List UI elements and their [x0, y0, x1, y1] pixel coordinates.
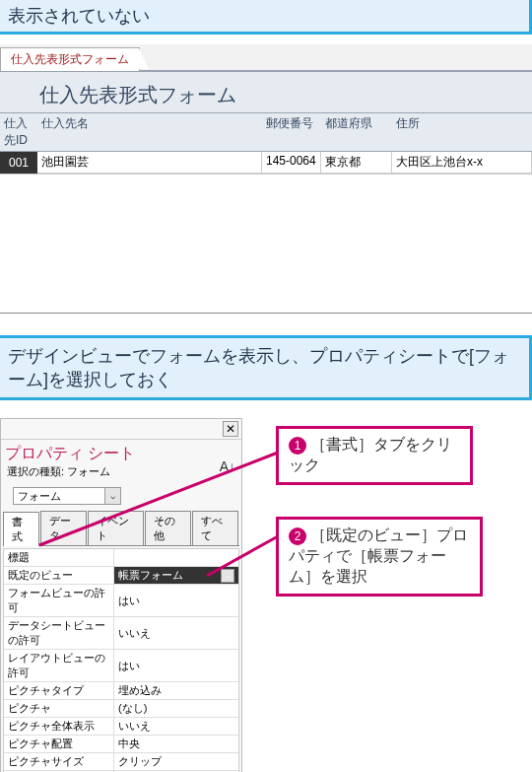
col-addr: 住所 [392, 113, 532, 151]
property-row[interactable]: ピクチャサイズクリップ [4, 753, 238, 771]
property-name: 既定のビュー [4, 567, 114, 584]
col-id: 仕入先ID [0, 113, 37, 151]
col-name: 仕入先名 [37, 113, 262, 151]
chevron-down-icon[interactable]: ⌵ [221, 569, 234, 583]
property-name: レイアウトビューの許可 [4, 650, 114, 681]
step-note: デザインビューでフォームを表示し、プロパティシートで[フォーム]を選択しておく [0, 335, 532, 400]
property-value[interactable]: 帳票フォーム⌵ [114, 567, 238, 584]
row-selector[interactable]: 001 [0, 152, 37, 174]
top-note: 表示されていない [0, 0, 532, 35]
property-value[interactable]: クリップ [114, 753, 238, 770]
column-headers: 仕入先ID 仕入先名 郵便番号 都道府県 住所 [0, 113, 532, 152]
property-value[interactable] [114, 549, 238, 566]
property-row[interactable]: レイアウトビューの許可はい [4, 650, 238, 682]
tab-format[interactable]: 書式 [3, 512, 39, 546]
callout-1-text: ［書式］タブをクリック [289, 436, 452, 473]
property-value[interactable]: (なし) [114, 700, 238, 717]
property-name: フォームビューの許可 [4, 585, 114, 616]
property-row[interactable]: ピクチャタイプ埋め込み [4, 682, 238, 700]
property-name: 標題 [4, 549, 114, 566]
property-tabs: 書式 データ イベント その他 すべて [3, 511, 239, 546]
property-name: ピクチャサイズ [4, 753, 114, 770]
property-row[interactable]: フォームビューの許可はい [4, 585, 238, 617]
callout-2-text: ［既定のビュー］プロパティで［帳票フォーム］を選択 [289, 526, 468, 585]
tab-event[interactable]: イベント [88, 511, 144, 545]
property-sheet: ✕ プロパティ シート 選択の種類: フォーム A↓ フォーム ⌵ 書式 データ… [0, 418, 242, 772]
property-row[interactable]: 既定のビュー帳票フォーム⌵ [4, 567, 238, 585]
property-row[interactable]: データシートビューの許可いいえ [4, 617, 238, 650]
property-value[interactable]: 中央 [114, 736, 238, 752]
object-selector[interactable]: フォーム ⌵ [13, 487, 121, 505]
property-row[interactable]: 標題 [4, 549, 238, 567]
tab-data[interactable]: データ [40, 511, 87, 545]
property-name: データシートビューの許可 [4, 617, 114, 649]
callout-2-num: 2 [289, 527, 306, 545]
property-name: ピクチャ [4, 700, 114, 717]
form-view: 仕入先表形式フォーム 仕入先表形式フォーム 仕入先ID 仕入先名 郵便番号 都道… [0, 44, 532, 175]
property-row[interactable]: ピクチャ全体表示いいえ [4, 718, 238, 736]
property-sheet-subtitle: 選択の種類: フォーム [1, 464, 241, 485]
property-row[interactable]: ピクチャ配置中央 [4, 736, 238, 753]
property-value[interactable]: いいえ [114, 718, 238, 735]
table-row[interactable]: 001 池田園芸 145-0064 東京都 大田区上池台x-x [0, 152, 532, 175]
property-value[interactable]: いいえ [114, 617, 238, 649]
cell-name[interactable]: 池田園芸 [37, 152, 262, 174]
tab-bar: 仕入先表形式フォーム [0, 44, 532, 70]
property-row[interactable]: ピクチャ(なし) [4, 700, 238, 718]
property-sheet-title: プロパティ シート [1, 440, 241, 464]
cell-addr[interactable]: 大田区上池台x-x [392, 152, 532, 174]
property-value[interactable]: はい [114, 650, 238, 681]
property-value[interactable]: はい [114, 585, 238, 616]
close-icon[interactable]: ✕ [223, 421, 238, 437]
cell-pref[interactable]: 東京都 [321, 152, 392, 174]
callout-2: 2［既定のビュー］プロパティで［帳票フォーム］を選択 [276, 517, 483, 597]
sort-icon[interactable]: A↓ [220, 458, 235, 474]
chevron-down-icon[interactable]: ⌵ [104, 488, 120, 504]
tab-other[interactable]: その他 [145, 511, 191, 545]
form-title: 仕入先表形式フォーム [0, 70, 532, 113]
property-name: ピクチャ配置 [4, 736, 114, 752]
lower-section: ✕ プロパティ シート 選択の種類: フォーム A↓ フォーム ⌵ 書式 データ… [0, 418, 532, 772]
property-name: ピクチャタイプ [4, 682, 114, 699]
form-tab[interactable]: 仕入先表形式フォーム [0, 47, 140, 71]
property-value[interactable]: 埋め込み [114, 682, 238, 699]
object-selector-value: フォーム [14, 489, 104, 504]
tab-all[interactable]: すべて [192, 511, 238, 545]
callout-1-num: 1 [289, 437, 306, 455]
property-name: ピクチャ全体表示 [4, 718, 114, 735]
section-divider [0, 313, 532, 314]
property-list: 標題既定のビュー帳票フォーム⌵フォームビューの許可はいデータシートビューの許可い… [3, 548, 239, 772]
col-zip: 郵便番号 [262, 113, 321, 151]
col-pref: 都道府県 [321, 113, 392, 151]
callout-1: 1［書式］タブをクリック [276, 426, 473, 485]
cell-zip[interactable]: 145-0064 [262, 152, 321, 174]
